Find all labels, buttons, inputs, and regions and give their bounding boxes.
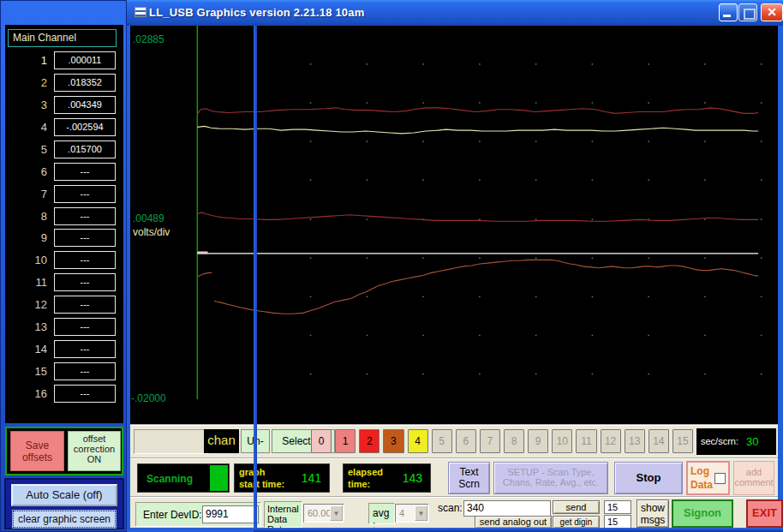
scan-label: scan: — [438, 502, 463, 514]
channel-row-3: 3.004349 — [1, 96, 128, 115]
channel-row-16: 16--- — [1, 385, 128, 403]
chevron-down-icon[interactable]: ▼ — [415, 505, 427, 521]
channel-value-box[interactable]: --- — [54, 385, 116, 403]
offset-correction-button[interactable]: offset correction ON — [68, 431, 121, 471]
devid-input[interactable]: 9991 — [202, 505, 259, 523]
channel-button-14[interactable]: 14 — [649, 429, 669, 453]
channel-button-7[interactable]: 7 — [480, 429, 500, 453]
scope-plot — [130, 26, 778, 424]
channel-button-13[interactable]: 13 — [625, 429, 645, 453]
channel-value-box[interactable]: --- — [54, 273, 116, 291]
status-inset-box — [134, 429, 209, 454]
channel-button-12[interactable]: 12 — [601, 429, 621, 453]
digout-value-input[interactable]: 15 — [604, 500, 631, 514]
close-icon[interactable]: ✕ — [761, 3, 783, 21]
channel-row-4: 4-.002594 — [1, 118, 128, 137]
scan-input[interactable]: 340 — [463, 500, 551, 517]
stop-button[interactable]: Stop — [614, 462, 683, 494]
channel-button-5[interactable]: 5 — [432, 429, 452, 453]
graph-start-time-label: graph start time: — [239, 467, 284, 491]
channel-value-box[interactable]: --- — [54, 229, 116, 247]
window-title: LL_USB Graphics version 2.21.18 10am — [149, 6, 364, 19]
channel-button-10[interactable]: 10 — [552, 429, 572, 453]
channel-row-9: 9--- — [1, 229, 128, 248]
graph-area: .02885 .00489 volts/div -.02000 — [130, 26, 778, 424]
channel-value-box[interactable]: .018352 — [54, 74, 116, 92]
channel-value-box[interactable]: .015700 — [54, 140, 116, 158]
elapsed-time-box: elapsed time: 143 — [343, 463, 431, 493]
avg-value: 4 — [399, 508, 404, 518]
text-screen-button[interactable]: Text Scrn — [448, 462, 490, 494]
sec-per-screen-box: sec/scrn: 30 — [696, 428, 776, 455]
channel-value-box[interactable]: --- — [54, 296, 116, 314]
channel-button-15[interactable]: 15 — [672, 429, 693, 453]
exit-button[interactable]: EXIT — [746, 499, 783, 528]
channel-button-0[interactable]: 0 — [311, 429, 332, 453]
channel-number: 13 — [13, 318, 47, 336]
channel-number: 7 — [13, 185, 47, 203]
channel-button-8[interactable]: 8 — [504, 429, 524, 453]
channel-button-6[interactable]: 6 — [456, 429, 476, 453]
app-icon — [134, 7, 146, 17]
add-comment-button[interactable]: add comment — [733, 461, 774, 495]
channel-number: 5 — [13, 140, 47, 158]
channel-buttons: 0123456789101112131415 — [311, 429, 693, 453]
graph-start-time-box: graph start time: 141 — [234, 463, 330, 493]
channel-value-box[interactable]: --- — [54, 340, 116, 358]
titlebar[interactable]: LL_USB Graphics version 2.21.18 10am ✕ — [127, 0, 783, 26]
data-rate-value: 60.00 — [308, 508, 332, 518]
scanning-indicator: Scanning — [137, 463, 230, 493]
scanning-label: Scanning — [146, 473, 193, 485]
channel-number: 3 — [13, 96, 47, 114]
digin-value-input[interactable]: 15 — [604, 515, 631, 529]
signon-button[interactable]: Signon — [672, 499, 733, 528]
channel-value-box[interactable]: --- — [54, 318, 116, 336]
log-data-checkbox[interactable] — [714, 473, 726, 484]
main-channel-title: Main Channel — [8, 29, 117, 47]
auto-scale-button[interactable]: Auto Scale (off) — [11, 484, 117, 506]
channel-value-box[interactable]: --- — [54, 251, 116, 269]
data-rate-select[interactable]: 60.00 ▼ — [303, 504, 344, 523]
channel-value-box[interactable]: --- — [54, 362, 116, 380]
channel-button-1[interactable]: 1 — [335, 429, 356, 453]
channel-number: 4 — [13, 118, 47, 136]
channel-button-3[interactable]: 3 — [383, 429, 403, 453]
scale-button-frame: Auto Scale (off) clear graphic screen — [4, 478, 124, 529]
minimize-icon[interactable] — [719, 3, 738, 21]
channel-value-box[interactable]: --- — [54, 163, 116, 181]
log-data-panel: Log Data — [686, 461, 730, 495]
channel-number: 12 — [13, 296, 47, 314]
channel-button-11[interactable]: 11 — [576, 429, 596, 453]
window-border-bottom — [254, 528, 783, 532]
channel-number: 8 — [13, 207, 47, 225]
elapsed-time-value: 143 — [403, 471, 422, 485]
channel-number: 10 — [13, 251, 47, 269]
send-digout-button[interactable]: send digout — [553, 500, 600, 514]
main-window: LL_USB Graphics version 2.21.18 10am ✕ .… — [127, 0, 783, 532]
show-msgs-button[interactable]: show msgs — [637, 499, 669, 528]
channel-select-toolbar: chan Un- Select All 01234567891011121314… — [130, 424, 778, 457]
save-offsets-button[interactable]: Save offsets — [10, 431, 64, 471]
channel-value-box[interactable]: .000011 — [54, 51, 116, 69]
avg-select[interactable]: 4 ▼ — [395, 504, 429, 523]
channel-number: 15 — [13, 362, 47, 380]
channel-value-box[interactable]: --- — [54, 207, 116, 225]
channel-value-box[interactable]: -.002594 — [54, 118, 116, 136]
setup-button[interactable]: SETUP - Scan Type, Chans, Rate, Avg., et… — [493, 462, 608, 494]
window-border-left — [254, 26, 257, 532]
get-digin-button[interactable]: get digin — [553, 516, 600, 529]
channel-number: 14 — [13, 340, 47, 358]
send-analog-out-button[interactable]: send analog out — [475, 516, 552, 529]
channel-value-box[interactable]: .004349 — [54, 96, 116, 114]
clear-graphic-screen-button[interactable]: clear graphic screen — [13, 511, 116, 528]
channel-row-11: 11--- — [1, 273, 128, 292]
chevron-down-icon[interactable]: ▼ — [330, 505, 343, 521]
channel-list-window: Main Channel 1.0000112.0183523.0043494-.… — [0, 0, 127, 532]
channel-button-9[interactable]: 9 — [528, 429, 548, 453]
channel-button-2[interactable]: 2 — [359, 429, 380, 453]
channel-value-box[interactable]: --- — [54, 185, 116, 203]
channel-button-4[interactable]: 4 — [408, 429, 428, 453]
elapsed-time-label: elapsed time: — [348, 467, 383, 491]
maximize-icon[interactable] — [738, 3, 757, 21]
offset-button-frame: Save offsets offset correction ON — [5, 427, 123, 475]
